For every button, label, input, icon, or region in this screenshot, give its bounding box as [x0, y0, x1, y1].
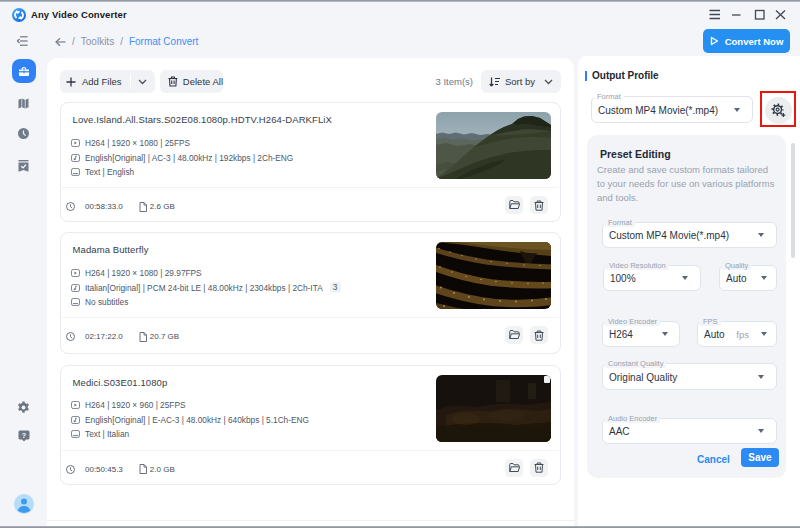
- svg-text:?: ?: [22, 432, 26, 439]
